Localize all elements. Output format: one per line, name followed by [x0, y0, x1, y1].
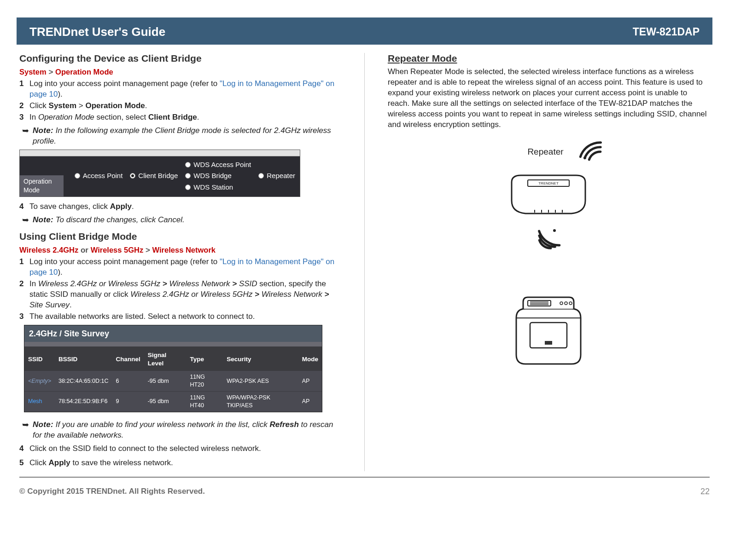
table-row[interactable]: Mesh 78:54:2E:5D:9B:F6 9 -95 dbm 11NG HT…: [24, 392, 322, 412]
section-using-client-bridge: Using Client Bridge Mode: [19, 230, 341, 243]
note-3a: If you are unable to find your wireless …: [53, 420, 270, 429]
note-1-text: Note: In the following example the Clien…: [33, 126, 341, 147]
u2g: Wireless Network: [262, 290, 325, 299]
td-bssid-1: 78:54:2E:5D:9B:F6: [55, 392, 112, 412]
u2d: SSID: [239, 279, 257, 288]
radio-wds-bridge[interactable]: WDS Bridge: [185, 171, 251, 180]
u2i: .: [70, 300, 72, 309]
th-type: Type: [186, 348, 223, 371]
path-operation-mode: Operation Mode: [55, 68, 113, 76]
u2f: Wireless 2.4GHz or Wireless 5GHz: [130, 290, 255, 299]
td-sig-1: -95 dbm: [144, 392, 187, 412]
s3e: .: [197, 113, 199, 121]
ustep-3: The available networks are listed. Selec…: [19, 312, 341, 322]
r-wdss: WDS Station: [193, 183, 233, 192]
th-channel: Channel: [112, 348, 144, 371]
u5a: Click: [29, 458, 49, 467]
step-1a: Log into your access point management pa…: [29, 79, 220, 88]
steps-configure: Log into your access point management pa…: [19, 79, 341, 123]
s3c: section, select: [94, 113, 148, 121]
copyright: © Copyright 2015 TRENDnet. All Rights Re…: [19, 486, 205, 497]
section-configure-client-bridge: Configuring the Device as Client Bridge: [19, 52, 341, 65]
ss-title: 2.4GHz / Site Survey: [24, 325, 322, 342]
s2d: Operation Mode: [85, 101, 145, 110]
td-type-1: 11NG HT40: [186, 392, 223, 412]
p2b: or: [78, 246, 90, 254]
note-arrow-icon-3: ➥: [22, 421, 29, 429]
path-sep: >: [47, 68, 55, 76]
td-type-0: 11NG HT20: [186, 371, 223, 392]
note-2: ➥ Note: To discard the changes, click Ca…: [22, 215, 341, 225]
th-security: Security: [223, 348, 298, 371]
path-system: System: [19, 68, 47, 76]
u1a: Log into your access point management pa…: [29, 257, 220, 266]
step-3: In Operation Mode section, select Client…: [19, 112, 341, 123]
u2h: Site Survey: [29, 300, 70, 309]
td-sec-0: WPA2-PSK AES: [223, 371, 298, 392]
th-bssid: BSSID: [55, 348, 112, 371]
banner-model: TEW-821DAP: [633, 25, 700, 39]
repeater-diagram: Repeater: [388, 139, 710, 372]
td-sec-1: WPA/WPA2-PSK TKIP/AES: [223, 392, 298, 412]
note-1-prefix: Note:: [33, 126, 53, 135]
td-ssid-0: <Empty>: [24, 371, 55, 392]
r-rep: Repeater: [267, 171, 295, 180]
page-banner: TRENDnet User's Guide TEW-821DAP: [17, 17, 712, 45]
radio-wds-ap[interactable]: WDS Access Point: [185, 160, 251, 169]
page-footer: © Copyright 2015 TRENDnet. All Rights Re…: [17, 478, 712, 497]
steps-using-cont: Click on the SSID field to connect to th…: [19, 444, 341, 468]
p2a: Wireless 2.4GHz: [19, 246, 78, 254]
u1b: ).: [58, 268, 62, 277]
r-wdsap: WDS Access Point: [193, 160, 251, 169]
note-2-text: Note: To discard the changes, click Canc…: [33, 215, 185, 225]
radio-client-bridge[interactable]: Client Bridge: [130, 160, 178, 192]
step-4: To save changes, click Apply.: [19, 202, 341, 212]
steps-using: Log into your access point management pa…: [19, 257, 341, 322]
wifi-downward-icon: [532, 227, 565, 255]
note-3b: Refresh: [270, 420, 299, 429]
td-mode-1: AP: [298, 392, 322, 412]
u2gt2: >: [232, 279, 239, 288]
step-1: Log into your access point management pa…: [19, 79, 341, 100]
th-signal: Signal Level: [144, 348, 187, 371]
r-cb: Client Bridge: [138, 171, 178, 180]
banner-title: TRENDnet User's Guide: [29, 24, 165, 40]
ustep-4: Click on the SSID field to connect to th…: [19, 444, 341, 454]
wifi-icon: [575, 139, 607, 165]
s2c: >: [76, 101, 85, 110]
r-wdsb: WDS Bridge: [193, 171, 232, 180]
ustep-2: In Wireless 2.4GHz or Wireless 5GHz > Wi…: [19, 279, 341, 311]
radio-wds-station[interactable]: WDS Station: [185, 183, 251, 192]
s3b: Operation Mode: [38, 113, 94, 121]
column-divider: [364, 53, 365, 471]
note-arrow-icon-2: ➥: [22, 216, 29, 224]
radio-access-point[interactable]: Access Point: [75, 160, 123, 192]
table-row[interactable]: <Empty> 38:2C:4A:65:0D:1C 6 -95 dbm 11NG…: [24, 371, 322, 392]
s4c: .: [132, 202, 134, 211]
td-ch-1: 9: [112, 392, 144, 412]
page-number: 22: [700, 486, 710, 497]
note-3-prefix: Note:: [33, 420, 53, 429]
radio-repeater[interactable]: Repeater: [258, 160, 295, 192]
ustep-5: Click Apply to save the wireless network…: [19, 458, 341, 468]
td-ssid-1: Mesh: [24, 392, 55, 412]
printer-icon: [502, 290, 595, 372]
nav-path-2: Wireless 2.4GHz or Wireless 5GHz > Wirel…: [19, 245, 341, 256]
u2b: Wireless 2.4GHz or Wireless 5GHz: [38, 279, 163, 288]
p2e: Wireless Network: [152, 246, 216, 254]
s3a: In: [29, 113, 38, 121]
repeater-paragraph: When Repeater Mode is selected, the sele…: [388, 67, 710, 130]
left-column: Configuring the Device as Client Bridge …: [19, 51, 341, 471]
u2gt3: >: [255, 290, 262, 299]
th-mode: Mode: [298, 348, 322, 371]
s2b: System: [49, 101, 76, 110]
s2e: .: [145, 101, 147, 110]
td-sig-0: -95 dbm: [144, 371, 187, 392]
u2c: Wireless Network: [169, 279, 232, 288]
right-column: Repeater Mode When Repeater Mode is sele…: [388, 51, 710, 471]
note-1: ➥ Note: In the following example the Cli…: [22, 126, 341, 147]
th-ssid: SSID: [24, 348, 55, 371]
u2a: In: [29, 279, 38, 288]
td-mode-0: AP: [298, 371, 322, 392]
note-1-body: In the following example the Client Brid…: [33, 126, 331, 145]
